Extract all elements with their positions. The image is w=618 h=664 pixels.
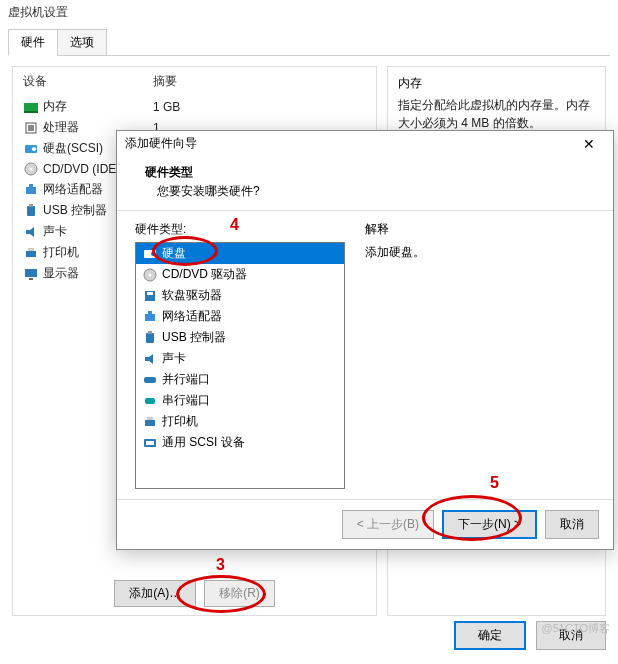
header-summary: 摘要 <box>153 73 366 90</box>
back-button: < 上一步(B) <box>342 510 434 539</box>
tab-hardware[interactable]: 硬件 <box>8 29 58 56</box>
svg-point-20 <box>149 273 152 276</box>
add-button[interactable]: 添加(A)… <box>114 580 196 607</box>
next-button[interactable]: 下一步(N) > <box>442 510 537 539</box>
svg-rect-1 <box>24 111 38 113</box>
explanation-label: 解释 <box>365 221 595 238</box>
disk-icon <box>142 246 158 262</box>
scsi-icon <box>142 435 158 451</box>
tabs: 硬件 选项 <box>8 29 610 56</box>
wizard-body: 硬件类型: 硬盘 CD/DVD 驱动器 软盘驱动器 网络适配器 <box>117 211 613 499</box>
hw-item-net[interactable]: 网络适配器 <box>136 306 344 327</box>
svg-rect-25 <box>146 333 154 343</box>
cd-icon <box>23 161 39 177</box>
wizard-titlebar: 添加硬件向导 ✕ <box>117 131 613 156</box>
svg-point-5 <box>32 147 36 151</box>
parallel-icon <box>142 372 158 388</box>
watermark: @51CTO博客 <box>542 621 610 636</box>
hw-item-label: CD/DVD 驱动器 <box>162 266 247 283</box>
svg-rect-15 <box>25 269 37 277</box>
cd-icon <box>142 267 158 283</box>
svg-rect-28 <box>144 377 156 383</box>
svg-rect-33 <box>146 441 154 445</box>
explanation-text: 添加硬盘。 <box>365 244 595 261</box>
net-icon <box>142 309 158 325</box>
wizard-subheading: 您要安装哪类硬件? <box>157 183 593 200</box>
hw-item-printer[interactable]: 打印机 <box>136 411 344 432</box>
device-buttons: 添加(A)… 移除(R) <box>13 572 376 607</box>
wizard-cancel-button[interactable]: 取消 <box>545 510 599 539</box>
svg-rect-22 <box>147 292 153 295</box>
printer-icon <box>142 414 158 430</box>
serial-icon <box>142 393 158 409</box>
hardware-type-list[interactable]: 硬盘 CD/DVD 驱动器 软盘驱动器 网络适配器 USB 控制器 <box>135 242 345 489</box>
svg-rect-13 <box>26 251 36 257</box>
wizard-header: 硬件类型 您要安装哪类硬件? <box>117 156 613 211</box>
hw-item-label: 通用 SCSI 设备 <box>162 434 245 451</box>
memory-description: 指定分配给此虚拟机的内存量。内存大小必须为 4 MB 的倍数。 <box>398 96 595 132</box>
hw-item-label: 网络适配器 <box>162 308 222 325</box>
hw-item-disk[interactable]: 硬盘 <box>136 243 344 264</box>
svg-rect-30 <box>145 420 155 426</box>
disk-icon <box>23 141 39 157</box>
svg-point-7 <box>30 168 33 171</box>
floppy-icon <box>142 288 158 304</box>
svg-rect-9 <box>29 184 33 187</box>
add-hardware-wizard: 添加硬件向导 ✕ 硬件类型 您要安装哪类硬件? 硬件类型: 硬盘 CD/DVD … <box>116 130 614 550</box>
net-icon <box>23 182 39 198</box>
hardware-type-container: 硬件类型: 硬盘 CD/DVD 驱动器 软盘驱动器 网络适配器 <box>135 221 345 489</box>
device-header: 设备 摘要 <box>13 67 376 96</box>
hw-item-label: USB 控制器 <box>162 329 226 346</box>
device-row-memory[interactable]: 内存 1 GB <box>13 96 376 117</box>
printer-icon <box>23 245 39 261</box>
hw-item-sound[interactable]: 声卡 <box>136 348 344 369</box>
memory-header: 内存 <box>398 75 595 92</box>
hw-item-label: 声卡 <box>162 350 186 367</box>
sound-icon <box>23 224 39 240</box>
cpu-icon <box>23 120 39 136</box>
usb-icon <box>142 330 158 346</box>
ok-button[interactable]: 确定 <box>454 621 526 650</box>
svg-rect-29 <box>145 398 155 404</box>
svg-rect-10 <box>27 206 35 216</box>
usb-icon <box>23 203 39 219</box>
display-icon <box>23 266 39 282</box>
device-name: 内存 <box>43 98 153 115</box>
wizard-heading: 硬件类型 <box>145 164 593 181</box>
svg-rect-11 <box>29 204 33 207</box>
svg-point-18 <box>151 252 155 256</box>
hw-item-floppy[interactable]: 软盘驱动器 <box>136 285 344 306</box>
remove-button: 移除(R) <box>204 580 275 607</box>
header-device: 设备 <box>23 73 153 90</box>
svg-rect-16 <box>29 278 33 280</box>
svg-marker-12 <box>26 227 34 237</box>
sound-icon <box>142 351 158 367</box>
window-title: 虚拟机设置 <box>0 0 618 25</box>
svg-rect-3 <box>28 125 34 131</box>
wizard-title: 添加硬件向导 <box>125 135 573 152</box>
hw-item-usb[interactable]: USB 控制器 <box>136 327 344 348</box>
svg-rect-24 <box>148 311 152 314</box>
svg-rect-23 <box>145 314 155 321</box>
memory-icon <box>23 99 39 115</box>
hw-item-label: 打印机 <box>162 413 198 430</box>
svg-marker-27 <box>145 354 153 364</box>
explanation-panel: 解释 添加硬盘。 <box>365 221 595 489</box>
hw-item-label: 软盘驱动器 <box>162 287 222 304</box>
device-summary: 1 GB <box>153 100 366 114</box>
svg-rect-14 <box>28 248 34 251</box>
hardware-type-label: 硬件类型: <box>135 221 345 238</box>
svg-rect-26 <box>148 331 152 334</box>
hw-item-parallel[interactable]: 并行端口 <box>136 369 344 390</box>
hw-item-scsi[interactable]: 通用 SCSI 设备 <box>136 432 344 453</box>
close-icon[interactable]: ✕ <box>573 136 605 152</box>
hw-item-label: 并行端口 <box>162 371 210 388</box>
svg-rect-31 <box>147 417 153 420</box>
hw-item-cd[interactable]: CD/DVD 驱动器 <box>136 264 344 285</box>
svg-rect-8 <box>26 187 36 194</box>
hw-item-serial[interactable]: 串行端口 <box>136 390 344 411</box>
tab-options[interactable]: 选项 <box>57 29 107 55</box>
hw-item-label: 串行端口 <box>162 392 210 409</box>
hw-item-label: 硬盘 <box>162 245 186 262</box>
wizard-footer: < 上一步(B) 下一步(N) > 取消 <box>117 499 613 549</box>
